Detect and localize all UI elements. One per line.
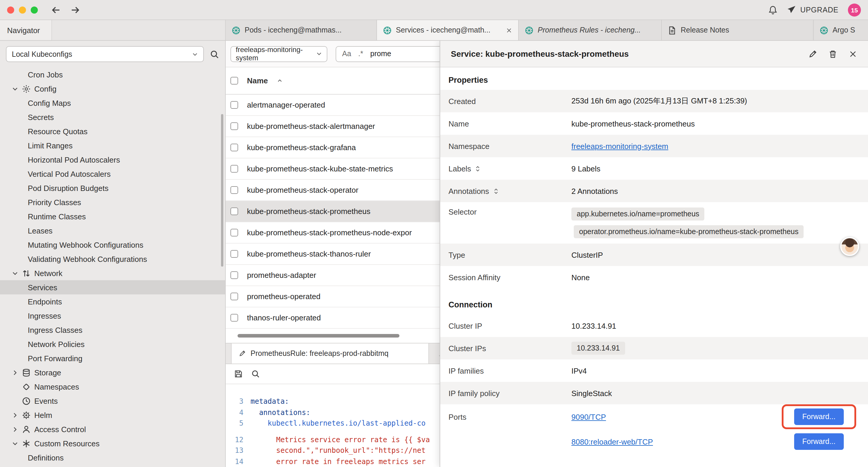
upgrade-button[interactable]: UPGRADE xyxy=(787,5,838,14)
sidebar-item-label: Cron Jobs xyxy=(28,70,63,79)
sidebar-item-label: Vertical Pod Autoscalers xyxy=(28,169,111,178)
sidebar-item[interactable]: Ingresses xyxy=(0,309,225,323)
sidebar-item[interactable]: Custom Resources xyxy=(0,436,225,450)
regex-toggle[interactable]: .* xyxy=(359,50,363,58)
sidebar-item[interactable]: Leases xyxy=(0,224,225,238)
namespace-link[interactable]: freeleaps-monitoring-system xyxy=(571,142,668,150)
forward-button-1[interactable]: Forward... xyxy=(794,408,844,425)
notifications-bell-icon[interactable] xyxy=(769,5,778,14)
drawer-body: Properties Created 253d 16h 6m ago (2025… xyxy=(440,67,868,467)
kubeconfig-select[interactable]: Local Kubeconfigs xyxy=(6,46,204,62)
sidebar-item[interactable]: Resource Quotas xyxy=(0,124,225,138)
sidebar-item[interactable]: Limit Ranges xyxy=(0,138,225,152)
expand-annotations-icon[interactable] xyxy=(493,188,499,194)
row-checkbox[interactable] xyxy=(230,314,238,322)
sidebar-item-label: Horizontal Pod Autoscalers xyxy=(28,155,120,164)
row-checkbox[interactable] xyxy=(230,207,238,215)
minimize-window-button[interactable] xyxy=(19,6,26,13)
sidebar-item[interactable]: Storage xyxy=(0,365,225,380)
sidebar-item[interactable]: Cron Jobs xyxy=(0,67,225,82)
sort-up-icon[interactable] xyxy=(277,78,283,84)
field-label: Annotations xyxy=(448,186,489,195)
expand-labels-icon[interactable] xyxy=(475,165,481,172)
horizontal-scrollbar-thumb[interactable] xyxy=(238,334,399,338)
sidebar-scrollbar[interactable] xyxy=(221,114,223,267)
sidebar-item[interactable]: Secrets xyxy=(0,110,225,124)
sidebar-item-label: Validating Webhook Configurations xyxy=(28,255,147,263)
sidebar-item[interactable]: Helm xyxy=(0,408,225,422)
forward-button-2[interactable]: Forward... xyxy=(794,433,844,450)
column-header-name[interactable]: Name xyxy=(247,76,268,85)
sidebar-item-label: Config Maps xyxy=(28,98,71,107)
sidebar-item[interactable]: Validating Webhook Configurations xyxy=(0,252,225,266)
row-checkbox[interactable] xyxy=(230,101,238,109)
sidebar-item[interactable]: Access Control xyxy=(0,422,225,436)
sidebar-item[interactable]: Ingress Classes xyxy=(0,323,225,337)
row-checkbox[interactable] xyxy=(230,186,238,194)
line-number: 5 xyxy=(226,419,243,428)
sidebar-item[interactable]: Network xyxy=(0,266,225,280)
app-tab[interactable]: Prometheus Rules - icecheng... xyxy=(519,20,662,40)
close-drawer-icon[interactable] xyxy=(848,49,857,58)
sidebar-item-label: Leases xyxy=(28,226,53,235)
match-case-toggle[interactable]: Aa xyxy=(342,50,351,58)
sidebar-item[interactable]: Network Policies xyxy=(0,337,225,351)
close-window-button[interactable] xyxy=(7,6,14,13)
sidebar-search-icon[interactable] xyxy=(210,49,219,59)
row-checkbox[interactable] xyxy=(230,250,238,258)
sidebar-item-label: Config xyxy=(34,84,56,93)
sidebar-item[interactable]: Config Maps xyxy=(0,96,225,110)
sidebar-item[interactable]: Port Forwarding xyxy=(0,351,225,365)
assistant-avatar[interactable] xyxy=(840,237,859,256)
sidebar-item[interactable]: Events xyxy=(0,394,225,408)
row-checkbox[interactable] xyxy=(230,165,238,173)
line-number: 4 xyxy=(226,408,243,417)
delete-icon[interactable] xyxy=(829,49,837,58)
sidebar-item[interactable]: Vertical Pod Autoscalers xyxy=(0,167,225,181)
row-checkbox[interactable] xyxy=(230,122,238,130)
row-checkbox[interactable] xyxy=(230,229,238,236)
sidebar-item-label: Ingress Classes xyxy=(28,325,83,334)
select-all-checkbox[interactable] xyxy=(230,77,238,85)
sidebar-item[interactable]: Priority Classes xyxy=(0,195,225,209)
tab-label: Argo S xyxy=(833,26,855,34)
sidebar-item-label: Mutating Webhook Configurations xyxy=(28,240,143,249)
close-tab-icon[interactable] xyxy=(506,27,512,33)
port-link-9090[interactable]: 9090/TCP xyxy=(571,412,606,421)
sidebar-item[interactable]: Runtime Classes xyxy=(0,209,225,224)
app-tab[interactable]: Argo S xyxy=(814,20,868,40)
forward-arrow-icon[interactable] xyxy=(70,4,80,15)
namespace-filter-select[interactable]: freeleaps-monitoring-system xyxy=(230,46,327,62)
app-tab[interactable]: Release Notes xyxy=(662,20,814,40)
row-checkbox[interactable] xyxy=(230,144,238,151)
app-tab[interactable]: Services - icecheng@math... xyxy=(377,20,519,40)
row-checkbox[interactable] xyxy=(230,293,238,300)
zoom-window-button[interactable] xyxy=(31,6,38,13)
app-tab[interactable]: Pods - icecheng@mathmas... xyxy=(226,20,377,40)
back-arrow-icon[interactable] xyxy=(51,4,61,15)
sidebar-item[interactable]: Config xyxy=(0,82,225,96)
sidebar-item[interactable]: Mutating Webhook Configurations xyxy=(0,238,225,252)
search-input-value: prome xyxy=(370,50,391,58)
sidebar-item-label: Limit Ranges xyxy=(28,141,73,150)
sidebar-item[interactable]: Services xyxy=(0,280,225,294)
editor-tab[interactable]: PrometheusRule: freeleaps-prod-rabbitmq xyxy=(231,344,429,363)
sidebar-item[interactable]: Pod Disruption Budgets xyxy=(0,181,225,195)
upgrade-label: UPGRADE xyxy=(800,6,838,14)
kubeconfig-row: Local Kubeconfigs xyxy=(0,41,225,67)
sidebar-item[interactable]: Definitions xyxy=(0,450,225,465)
notification-count-badge[interactable]: 15 xyxy=(848,3,861,16)
save-icon[interactable] xyxy=(234,370,243,378)
sidebar-item[interactable]: Endpoints xyxy=(0,294,225,309)
sidebar-item-label: Port Forwarding xyxy=(28,354,83,363)
sidebar-item[interactable]: Horizontal Pod Autoscalers xyxy=(0,152,225,167)
chevron-down-icon xyxy=(12,440,18,447)
port-link-8080[interactable]: 8080:reloader-web/TCP xyxy=(571,437,653,446)
chevron-down-icon xyxy=(12,270,18,276)
gear-icon xyxy=(22,84,31,93)
row-checkbox[interactable] xyxy=(230,271,238,279)
editor-search-icon[interactable] xyxy=(251,370,260,378)
sidebar-item[interactable]: Namespaces xyxy=(0,380,225,394)
navigator-panel-tab[interactable]: Navigator xyxy=(0,20,52,40)
edit-icon[interactable] xyxy=(808,49,817,58)
